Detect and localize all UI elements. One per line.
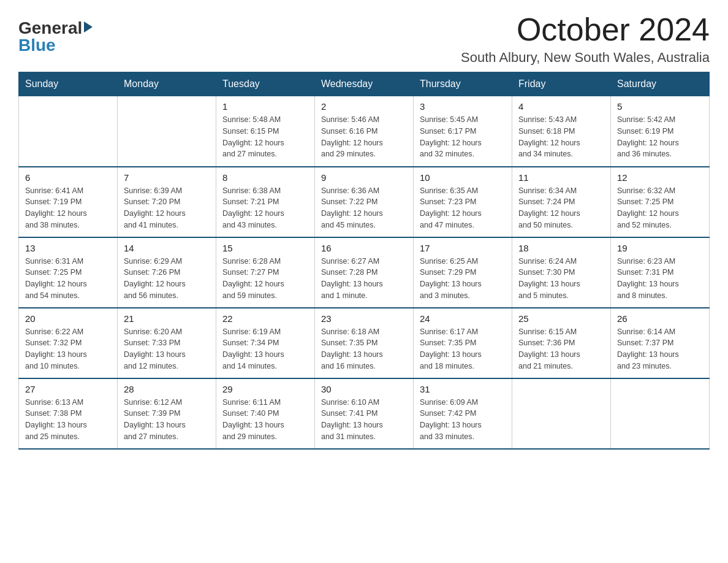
day-info: Sunrise: 6:22 AMSunset: 7:32 PMDaylight:… [25, 326, 111, 372]
calendar-cell: 12Sunrise: 6:32 AMSunset: 7:25 PMDayligh… [611, 167, 710, 237]
day-number: 7 [124, 172, 210, 183]
days-header-row: SundayMondayTuesdayWednesdayThursdayFrid… [19, 72, 710, 96]
day-info: Sunrise: 6:17 AMSunset: 7:35 PMDaylight:… [420, 326, 506, 372]
day-number: 27 [25, 384, 111, 394]
day-info: Sunrise: 6:23 AMSunset: 7:31 PMDaylight:… [617, 256, 703, 302]
calendar-cell: 10Sunrise: 6:35 AMSunset: 7:23 PMDayligh… [414, 167, 512, 237]
calendar-cell: 25Sunrise: 6:15 AMSunset: 7:36 PMDayligh… [512, 308, 611, 378]
day-number: 28 [124, 384, 210, 394]
day-number: 1 [222, 101, 308, 112]
day-header-thursday: Thursday [414, 72, 512, 96]
calendar-cell: 24Sunrise: 6:17 AMSunset: 7:35 PMDayligh… [414, 308, 512, 378]
day-number: 24 [420, 313, 506, 324]
day-info: Sunrise: 6:41 AMSunset: 7:19 PMDaylight:… [25, 185, 111, 231]
day-info: Sunrise: 6:35 AMSunset: 7:23 PMDaylight:… [420, 185, 506, 231]
day-info: Sunrise: 6:10 AMSunset: 7:41 PMDaylight:… [321, 397, 407, 443]
day-number: 18 [518, 243, 604, 253]
day-info: Sunrise: 6:25 AMSunset: 7:29 PMDaylight:… [420, 256, 506, 302]
day-info: Sunrise: 6:11 AMSunset: 7:40 PMDaylight:… [222, 397, 308, 443]
calendar-cell: 20Sunrise: 6:22 AMSunset: 7:32 PMDayligh… [19, 308, 118, 378]
week-row-4: 20Sunrise: 6:22 AMSunset: 7:32 PMDayligh… [19, 308, 710, 378]
calendar-cell: 22Sunrise: 6:19 AMSunset: 7:34 PMDayligh… [216, 308, 315, 378]
calendar-cell [19, 96, 118, 167]
day-number: 23 [321, 313, 407, 324]
day-info: Sunrise: 6:28 AMSunset: 7:27 PMDaylight:… [222, 256, 308, 302]
calendar-cell: 29Sunrise: 6:11 AMSunset: 7:40 PMDayligh… [216, 378, 315, 449]
calendar-cell: 14Sunrise: 6:29 AMSunset: 7:26 PMDayligh… [118, 237, 216, 308]
day-number: 10 [420, 172, 506, 183]
calendar-cell: 2Sunrise: 5:46 AMSunset: 6:16 PMDaylight… [315, 96, 414, 167]
day-number: 21 [124, 313, 210, 324]
day-number: 16 [321, 243, 407, 253]
day-info: Sunrise: 5:48 AMSunset: 6:15 PMDaylight:… [222, 114, 308, 160]
calendar-cell: 27Sunrise: 6:13 AMSunset: 7:38 PMDayligh… [19, 378, 118, 449]
calendar-cell: 7Sunrise: 6:39 AMSunset: 7:20 PMDaylight… [118, 167, 216, 237]
day-info: Sunrise: 5:46 AMSunset: 6:16 PMDaylight:… [321, 114, 407, 160]
day-number: 14 [124, 243, 210, 253]
day-number: 11 [518, 172, 604, 183]
day-header-tuesday: Tuesday [216, 72, 315, 96]
day-number: 2 [321, 101, 407, 112]
day-info: Sunrise: 6:18 AMSunset: 7:35 PMDaylight:… [321, 326, 407, 372]
day-number: 12 [617, 172, 703, 183]
day-number: 5 [617, 101, 703, 112]
day-header-wednesday: Wednesday [315, 72, 414, 96]
day-info: Sunrise: 6:09 AMSunset: 7:42 PMDaylight:… [420, 397, 506, 443]
day-number: 20 [25, 313, 111, 324]
day-number: 31 [420, 384, 506, 394]
week-row-3: 13Sunrise: 6:31 AMSunset: 7:25 PMDayligh… [19, 237, 710, 308]
calendar-cell: 9Sunrise: 6:36 AMSunset: 7:22 PMDaylight… [315, 167, 414, 237]
calendar-cell: 13Sunrise: 6:31 AMSunset: 7:25 PMDayligh… [19, 237, 118, 308]
day-number: 19 [617, 243, 703, 253]
calendar-cell: 19Sunrise: 6:23 AMSunset: 7:31 PMDayligh… [611, 237, 710, 308]
day-info: Sunrise: 6:12 AMSunset: 7:39 PMDaylight:… [124, 397, 210, 443]
day-info: Sunrise: 6:32 AMSunset: 7:25 PMDaylight:… [617, 185, 703, 231]
day-info: Sunrise: 6:36 AMSunset: 7:22 PMDaylight:… [321, 185, 407, 231]
calendar-cell: 26Sunrise: 6:14 AMSunset: 7:37 PMDayligh… [611, 308, 710, 378]
day-info: Sunrise: 6:29 AMSunset: 7:26 PMDaylight:… [124, 256, 210, 302]
day-info: Sunrise: 6:34 AMSunset: 7:24 PMDaylight:… [518, 185, 604, 231]
calendar-cell: 31Sunrise: 6:09 AMSunset: 7:42 PMDayligh… [414, 378, 512, 449]
calendar-cell: 16Sunrise: 6:27 AMSunset: 7:28 PMDayligh… [315, 237, 414, 308]
day-number: 9 [321, 172, 407, 183]
day-info: Sunrise: 6:38 AMSunset: 7:21 PMDaylight:… [222, 185, 308, 231]
calendar-cell: 18Sunrise: 6:24 AMSunset: 7:30 PMDayligh… [512, 237, 611, 308]
calendar-cell: 30Sunrise: 6:10 AMSunset: 7:41 PMDayligh… [315, 378, 414, 449]
calendar-cell: 17Sunrise: 6:25 AMSunset: 7:29 PMDayligh… [414, 237, 512, 308]
calendar-cell [512, 378, 611, 449]
day-info: Sunrise: 5:45 AMSunset: 6:17 PMDaylight:… [420, 114, 506, 160]
calendar-cell: 3Sunrise: 5:45 AMSunset: 6:17 PMDaylight… [414, 96, 512, 167]
day-header-sunday: Sunday [19, 72, 118, 96]
day-info: Sunrise: 5:43 AMSunset: 6:18 PMDaylight:… [518, 114, 604, 160]
calendar-cell: 6Sunrise: 6:41 AMSunset: 7:19 PMDaylight… [19, 167, 118, 237]
day-number: 25 [518, 313, 604, 324]
day-info: Sunrise: 6:20 AMSunset: 7:33 PMDaylight:… [124, 326, 210, 372]
day-number: 6 [25, 172, 111, 183]
day-number: 15 [222, 243, 308, 253]
day-number: 8 [222, 172, 308, 183]
day-info: Sunrise: 6:15 AMSunset: 7:36 PMDaylight:… [518, 326, 604, 372]
week-row-1: 1Sunrise: 5:48 AMSunset: 6:15 PMDaylight… [19, 96, 710, 167]
logo-blue-text: Blue [18, 36, 56, 55]
calendar-table: SundayMondayTuesdayWednesdayThursdayFrid… [18, 72, 710, 450]
calendar-cell: 28Sunrise: 6:12 AMSunset: 7:39 PMDayligh… [118, 378, 216, 449]
page-header: General Blue October 2024 South Albury, … [18, 12, 710, 66]
day-number: 13 [25, 243, 111, 253]
day-number: 26 [617, 313, 703, 324]
day-info: Sunrise: 6:14 AMSunset: 7:37 PMDaylight:… [617, 326, 703, 372]
calendar-cell: 15Sunrise: 6:28 AMSunset: 7:27 PMDayligh… [216, 237, 315, 308]
day-header-friday: Friday [512, 72, 611, 96]
calendar-cell: 4Sunrise: 5:43 AMSunset: 6:18 PMDaylight… [512, 96, 611, 167]
day-header-saturday: Saturday [611, 72, 710, 96]
calendar-cell: 1Sunrise: 5:48 AMSunset: 6:15 PMDaylight… [216, 96, 315, 167]
calendar-cell: 23Sunrise: 6:18 AMSunset: 7:35 PMDayligh… [315, 308, 414, 378]
day-info: Sunrise: 6:31 AMSunset: 7:25 PMDaylight:… [25, 256, 111, 302]
day-info: Sunrise: 6:27 AMSunset: 7:28 PMDaylight:… [321, 256, 407, 302]
calendar-cell: 8Sunrise: 6:38 AMSunset: 7:21 PMDaylight… [216, 167, 315, 237]
day-info: Sunrise: 6:19 AMSunset: 7:34 PMDaylight:… [222, 326, 308, 372]
day-number: 4 [518, 101, 604, 112]
calendar-cell: 21Sunrise: 6:20 AMSunset: 7:33 PMDayligh… [118, 308, 216, 378]
day-number: 17 [420, 243, 506, 253]
day-number: 22 [222, 313, 308, 324]
logo-arrow-icon [84, 21, 93, 33]
